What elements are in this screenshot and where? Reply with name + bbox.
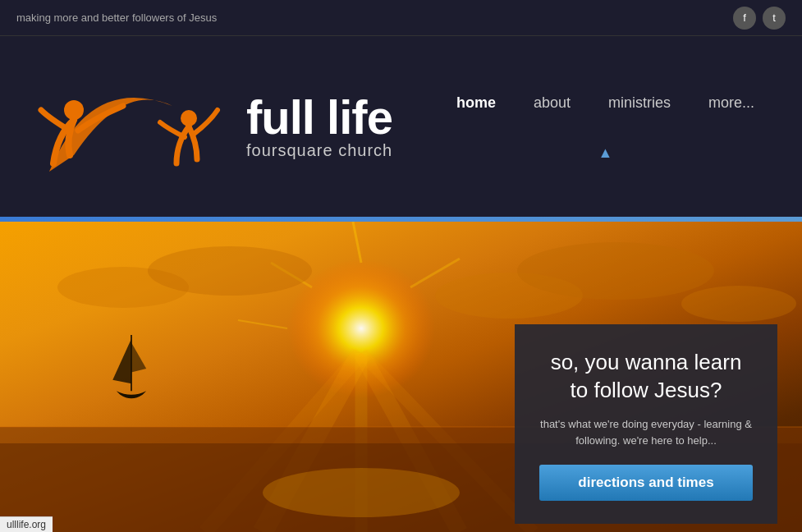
card-body: that's what we're doing everyday - learn… <box>539 416 753 448</box>
logo-sub-text: foursquare church <box>246 141 392 160</box>
status-bar: ulllife.org <box>0 516 53 532</box>
nav-item-ministries[interactable]: ministries <box>602 91 677 115</box>
sailboat <box>107 328 156 413</box>
nav-item-more[interactable]: more... <box>702 91 761 115</box>
nav-item-home[interactable]: home <box>450 91 502 115</box>
topbar-icons: f t <box>733 7 786 30</box>
nav: home about ministries more... ▲ <box>450 91 777 162</box>
facebook-icon[interactable]: f <box>733 7 756 30</box>
nav-item-about[interactable]: about <box>527 91 577 115</box>
info-card: so, you wanna learn to follow Jesus? tha… <box>515 324 777 524</box>
logo-main-text: full life <box>246 94 392 141</box>
logo-text: full life foursquare church <box>246 94 392 160</box>
logo-graphic <box>25 57 238 196</box>
status-url: ulllife.org <box>7 519 46 530</box>
logo-area: full life foursquare church <box>25 57 450 196</box>
twitter-icon[interactable]: t <box>763 7 786 30</box>
topbar-tagline: making more and better followers of Jesu… <box>16 11 217 24</box>
card-heading: so, you wanna learn to follow Jesus? <box>539 349 753 405</box>
header: full life foursquare church home about m… <box>0 36 802 217</box>
directions-button[interactable]: directions and times <box>539 465 753 501</box>
nav-arrow-indicator: ▲ <box>598 144 613 162</box>
nav-items: home about ministries more... <box>450 91 761 115</box>
hero: so, you wanna learn to follow Jesus? tha… <box>0 222 802 532</box>
topbar: making more and better followers of Jesu… <box>0 0 802 36</box>
